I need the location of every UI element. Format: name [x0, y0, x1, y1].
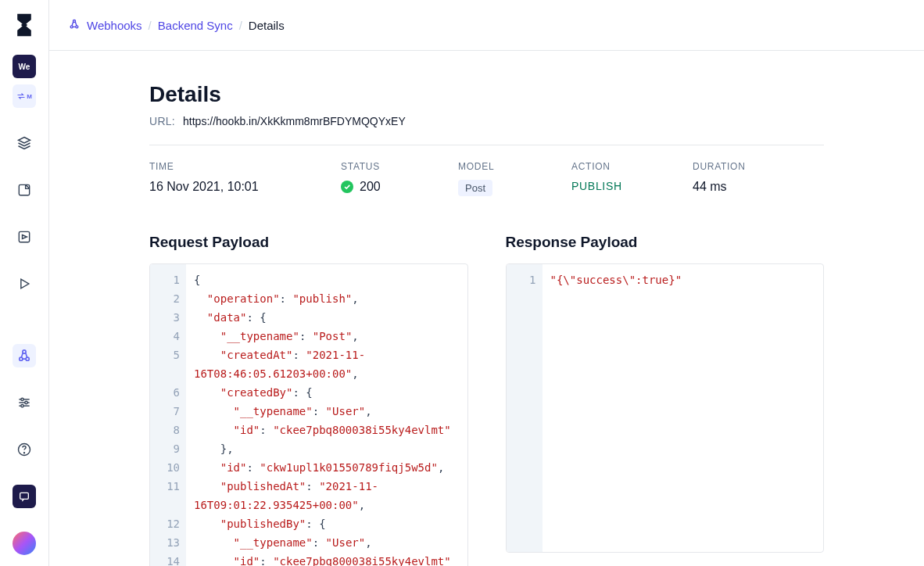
- svg-point-9: [25, 401, 27, 403]
- webhook-icon: [68, 18, 81, 33]
- breadcrumb: Webhooks / Backend Sync / Details: [49, 0, 924, 51]
- meta-status-value: 200: [341, 180, 458, 194]
- page-title: Details: [149, 82, 824, 107]
- request-payload-code[interactable]: 1 2 3 4 5 6 7 8 9 10 11 12 13 14 { "oper…: [149, 263, 468, 566]
- response-payload-title: Response Payload: [506, 234, 825, 251]
- breadcrumb-details: Details: [249, 19, 285, 32]
- nav-help-icon[interactable]: [13, 438, 36, 461]
- svg-point-16: [73, 20, 75, 22]
- nav-content-icon[interactable]: [13, 178, 36, 202]
- svg-point-15: [76, 25, 78, 27]
- main-area: Webhooks / Backend Sync / Details Detail…: [49, 0, 924, 566]
- user-avatar[interactable]: [13, 532, 36, 555]
- check-icon: [341, 181, 353, 193]
- model-pill[interactable]: Post: [458, 180, 492, 196]
- nav-assets-icon[interactable]: [13, 225, 36, 249]
- svg-point-2: [20, 357, 23, 360]
- meta-duration-value: 44 ms: [693, 180, 786, 194]
- svg-rect-13: [20, 493, 29, 499]
- nav-playground-icon[interactable]: [13, 272, 36, 296]
- svg-point-14: [70, 25, 73, 27]
- svg-point-12: [24, 453, 25, 453]
- breadcrumb-webhooks[interactable]: Webhooks: [87, 19, 142, 32]
- breadcrumb-sep: /: [239, 19, 242, 32]
- breadcrumb-sep: /: [149, 19, 152, 32]
- meta-grid: TIME 16 Nov 2021, 10:01 STATUS 200 MODEL…: [149, 145, 824, 196]
- nav-item-we[interactable]: We: [13, 55, 36, 78]
- app-logo[interactable]: [13, 9, 36, 41]
- nav-webhooks-icon[interactable]: [13, 344, 36, 367]
- meta-duration-label: DURATION: [693, 161, 786, 172]
- response-payload-code[interactable]: 1 "{\"success\":true}": [506, 263, 825, 553]
- request-payload-title: Request Payload: [149, 234, 468, 251]
- meta-time-value: 16 Nov 2021, 10:01: [149, 180, 341, 194]
- content: Details URL: https://hookb.in/XkKkmm8mrB…: [49, 51, 924, 566]
- url-label: URL:: [149, 115, 175, 127]
- svg-point-3: [26, 357, 29, 360]
- nav-schema-icon[interactable]: [13, 131, 36, 155]
- meta-status-label: STATUS: [341, 161, 458, 172]
- meta-model-label: MODEL: [458, 161, 571, 172]
- nav-settings-icon[interactable]: [13, 391, 36, 414]
- nav-item-m[interactable]: M: [13, 84, 36, 108]
- meta-action-value: PUBLISH: [571, 180, 693, 192]
- meta-time-label: TIME: [149, 161, 341, 172]
- sidebar: We M: [0, 0, 49, 566]
- svg-point-10: [21, 405, 23, 407]
- nav-chat-icon[interactable]: [13, 485, 36, 508]
- meta-action-label: ACTION: [571, 161, 693, 172]
- svg-point-8: [21, 398, 23, 400]
- breadcrumb-backend-sync[interactable]: Backend Sync: [158, 19, 233, 32]
- url-value: https://hookb.in/XkKkmm8mrBFDYMQQYxEY: [183, 115, 406, 127]
